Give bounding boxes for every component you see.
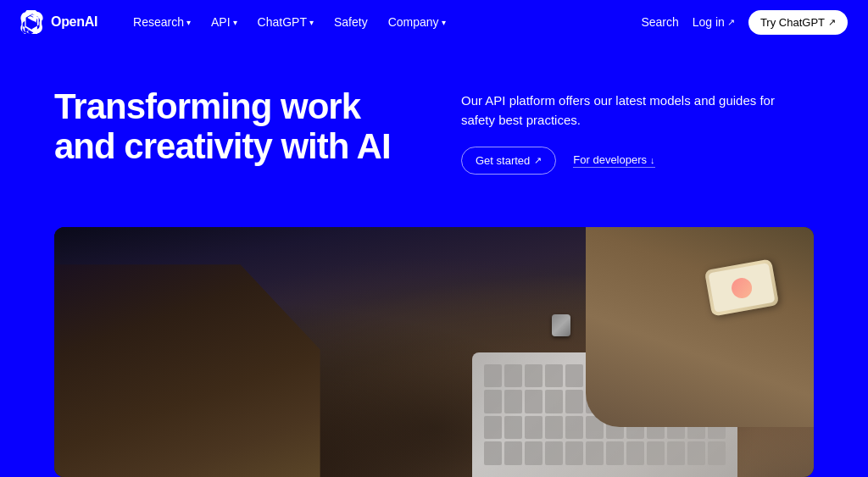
external-link-icon: ↗ [828,17,836,28]
hero-description: Our API platform offers our latest model… [461,92,800,130]
nav-chatgpt[interactable]: ChatGPT ▾ [249,10,322,34]
chevron-down-icon: ▾ [309,18,314,27]
nav-company[interactable]: Company ▾ [380,10,454,34]
phone-app-icon [730,276,754,300]
phone-screen [709,263,776,313]
hero-image [54,227,814,477]
nav-api[interactable]: API ▾ [203,10,246,34]
logo-text: OpenAI [51,14,97,30]
openai-logo-icon [20,10,44,34]
hero-image-inner [54,227,814,477]
chevron-down-icon: ▾ [442,18,446,27]
chevron-down-icon: ▾ [186,18,191,27]
for-developers-link[interactable]: For developers ↓ [573,153,654,168]
logo-link[interactable]: OpenAI [20,10,97,34]
search-button[interactable]: Search [641,15,678,29]
login-button[interactable]: Log in ↗ [693,15,735,29]
hero-section: Transforming work and creativity with AI… [0,44,868,230]
nav-research[interactable]: Research ▾ [125,10,199,34]
hero-right: Our API platform offers our latest model… [461,86,814,175]
down-arrow-icon: ↓ [650,155,655,165]
external-link-icon: ↗ [727,17,735,28]
try-chatgpt-button[interactable]: Try ChatGPT ↗ [748,10,848,35]
hero-title: Transforming work and creativity with AI [54,86,393,166]
chevron-down-icon: ▾ [233,18,237,27]
nav-links: Research ▾ API ▾ ChatGPT ▾ Safety Compan… [125,10,641,34]
hero-buttons: Get started ↗ For developers ↓ [461,147,814,175]
get-started-button[interactable]: Get started ↗ [461,147,556,175]
navbar: OpenAI Research ▾ API ▾ ChatGPT ▾ Safety… [0,0,868,44]
hero-left: Transforming work and creativity with AI [54,86,393,166]
external-link-icon: ↗ [534,155,542,166]
nav-safety[interactable]: Safety [326,10,376,34]
smartwatch [552,314,570,336]
arm-right [586,227,814,427]
nav-right: Search Log in ↗ Try ChatGPT ↗ [641,10,848,35]
